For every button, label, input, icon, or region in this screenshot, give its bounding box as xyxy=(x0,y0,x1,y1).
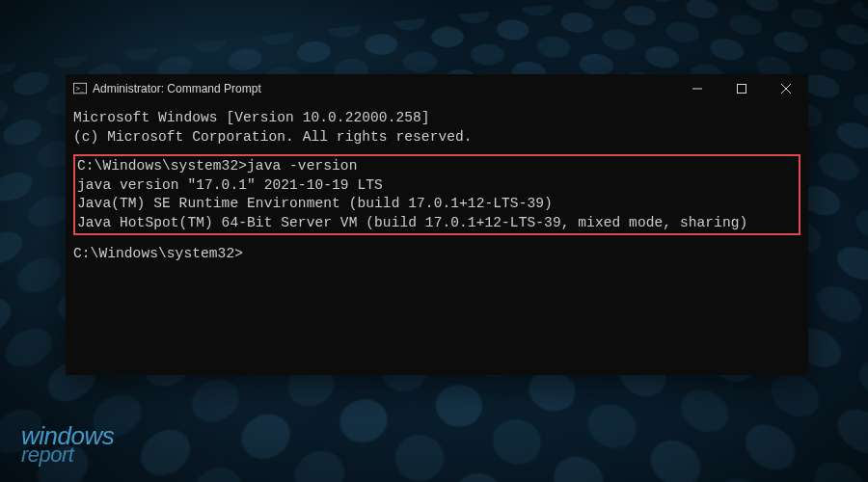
terminal-body[interactable]: Microsoft Windows [Version 10.0.22000.25… xyxy=(66,103,808,270)
output-line: Java HotSpot(TM) 64-Bit Server VM (build… xyxy=(77,214,797,233)
close-button[interactable] xyxy=(764,74,808,103)
titlebar[interactable]: >_ Administrator: Command Prompt xyxy=(66,74,808,103)
prompt-path: C:\Windows\system32> xyxy=(77,158,247,174)
highlighted-output: C:\Windows\system32>java -version java v… xyxy=(73,154,800,235)
banner-line: (c) Microsoft Corporation. All rights re… xyxy=(73,128,800,147)
watermark-logo: windows report xyxy=(21,425,114,465)
prompt-line: C:\Windows\system32> xyxy=(73,245,800,264)
output-line: java version "17.0.1" 2021-10-19 LTS xyxy=(77,176,797,196)
banner-line: Microsoft Windows [Version 10.0.22000.25… xyxy=(73,109,800,128)
svg-rect-3 xyxy=(738,85,746,94)
svg-text:>_: >_ xyxy=(76,85,85,93)
prompt-line: C:\Windows\system32>java -version xyxy=(77,157,797,176)
maximize-button[interactable] xyxy=(719,74,764,103)
minimize-button[interactable] xyxy=(675,74,719,103)
prompt-path: C:\Windows\system32> xyxy=(73,246,243,261)
window-title: Administrator: Command Prompt xyxy=(93,82,261,95)
prompt-command: java -version xyxy=(247,158,357,174)
command-prompt-window: >_ Administrator: Command Prompt Microso… xyxy=(66,74,808,375)
output-line: Java(TM) SE Runtime Environment (build 1… xyxy=(77,195,797,214)
terminal-icon: >_ xyxy=(73,82,87,95)
